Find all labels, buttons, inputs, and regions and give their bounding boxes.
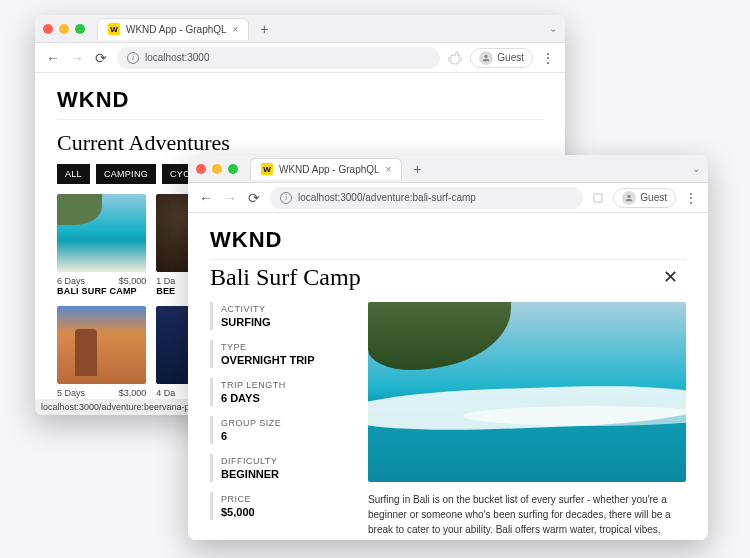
card-duration: 4 Da [156,388,175,398]
maximize-window-icon[interactable] [228,164,238,174]
profile-chip[interactable]: Guest [613,188,676,208]
spec-label: GROUP SIZE [221,418,350,428]
profile-label: Guest [640,192,667,203]
spec-value: $5,000 [221,506,350,518]
avatar-icon [479,51,493,65]
brand-logo[interactable]: WKND [57,87,543,113]
extensions-icon[interactable] [448,51,462,65]
address-bar[interactable]: i localhost:3000 [117,47,440,69]
spec-label: ACTIVITY [221,304,350,314]
site-info-icon[interactable]: i [127,52,139,64]
card-meta: 5 Days$3,000 [57,388,146,398]
minimize-window-icon[interactable] [212,164,222,174]
browser-menu-icon[interactable]: ⋮ [541,50,555,66]
reload-button[interactable]: ⟳ [93,50,109,66]
spec-activity: ACTIVITYSURFING [210,302,350,330]
card-meta: 6 Days$5,000 [57,276,146,286]
forward-button[interactable]: → [222,190,238,206]
page-heading: Current Adventures [57,130,543,156]
tab-title: WKND App - GraphQL [126,24,227,35]
svg-point-0 [485,54,488,57]
card-image [57,194,146,272]
close-window-icon[interactable] [196,164,206,174]
site-info-icon[interactable]: i [280,192,292,204]
url-text: localhost:3000/adventure:bali-surf-camp [298,192,476,203]
favicon-icon: W [108,23,120,35]
spec-value: 6 DAYS [221,392,350,404]
svg-point-2 [628,194,631,197]
window-controls [43,24,85,34]
description-paragraph-1: Surfing in Bali is on the bucket list of… [368,492,686,540]
card-duration: 6 Days [57,276,85,286]
spec-trip-length: TRIP LENGTH6 DAYS [210,378,350,406]
profile-chip[interactable]: Guest [470,48,533,68]
spec-type: TYPEOVERNIGHT TRIP [210,340,350,368]
spec-value: BEGINNER [221,468,350,480]
svg-rect-1 [594,193,602,201]
close-window-icon[interactable] [43,24,53,34]
spec-price: PRICE$5,000 [210,492,350,520]
browser-toolbar: ← → ⟳ i localhost:3000/adventure:bali-su… [188,183,708,213]
back-button[interactable]: ← [198,190,214,206]
brand-logo[interactable]: WKND [210,227,686,253]
spec-list: ACTIVITYSURFINGTYPEOVERNIGHT TRIPTRIP LE… [210,302,350,540]
minimize-window-icon[interactable] [59,24,69,34]
browser-tab[interactable]: W WKND App - GraphQL × [250,158,402,180]
spec-difficulty: DIFFICULTYBEGINNER [210,454,350,482]
divider [210,259,686,260]
favicon-icon: W [261,163,273,175]
spec-label: TRIP LENGTH [221,380,350,390]
adventure-title: Bali Surf Camp [210,264,361,291]
url-text: localhost:3000 [145,52,210,63]
card-price: $3,000 [119,388,147,398]
forward-button[interactable]: → [69,50,85,66]
chevron-down-icon[interactable]: ⌄ [549,23,557,34]
spec-label: PRICE [221,494,350,504]
spec-group-size: GROUP SIZE6 [210,416,350,444]
tab-close-icon[interactable]: × [386,164,392,175]
spec-label: DIFFICULTY [221,456,350,466]
titlebar: W WKND App - GraphQL × + ⌄ [188,155,708,183]
tab-title: WKND App - GraphQL [279,164,380,175]
card-image [57,306,146,384]
avatar-icon [622,191,636,205]
browser-toolbar: ← → ⟳ i localhost:3000 Guest ⋮ [35,43,565,73]
spec-label: TYPE [221,342,350,352]
close-detail-button[interactable]: ✕ [655,262,686,292]
filter-all[interactable]: ALL [57,164,90,184]
new-tab-button[interactable]: + [255,20,273,38]
divider [57,119,543,120]
new-tab-button[interactable]: + [408,160,426,178]
browser-tab[interactable]: W WKND App - GraphQL × [97,18,249,40]
card-duration: 5 Days [57,388,85,398]
hero-image [368,302,686,482]
chevron-down-icon[interactable]: ⌄ [692,163,700,174]
maximize-window-icon[interactable] [75,24,85,34]
titlebar: W WKND App - GraphQL × + ⌄ [35,15,565,43]
window-controls [196,164,238,174]
browser-window-detail: W WKND App - GraphQL × + ⌄ ← → ⟳ i local… [188,155,708,540]
filter-camping[interactable]: CAMPING [96,164,156,184]
address-bar[interactable]: i localhost:3000/adventure:bali-surf-cam… [270,187,583,209]
card-duration: 1 Da [156,276,175,286]
spec-value: OVERNIGHT TRIP [221,354,350,366]
back-button[interactable]: ← [45,50,61,66]
spec-value: SURFING [221,316,350,328]
adventure-card[interactable]: 6 Days$5,000BALI SURF CAMP [57,194,146,296]
card-title: BALI SURF CAMP [57,286,146,296]
page-content: WKND Bali Surf Camp ✕ ACTIVITYSURFINGTYP… [188,213,708,540]
browser-menu-icon[interactable]: ⋮ [684,190,698,206]
extensions-icon[interactable] [591,191,605,205]
spec-value: 6 [221,430,350,442]
card-price: $5,000 [119,276,147,286]
tab-close-icon[interactable]: × [233,24,239,35]
reload-button[interactable]: ⟳ [246,190,262,206]
profile-label: Guest [497,52,524,63]
